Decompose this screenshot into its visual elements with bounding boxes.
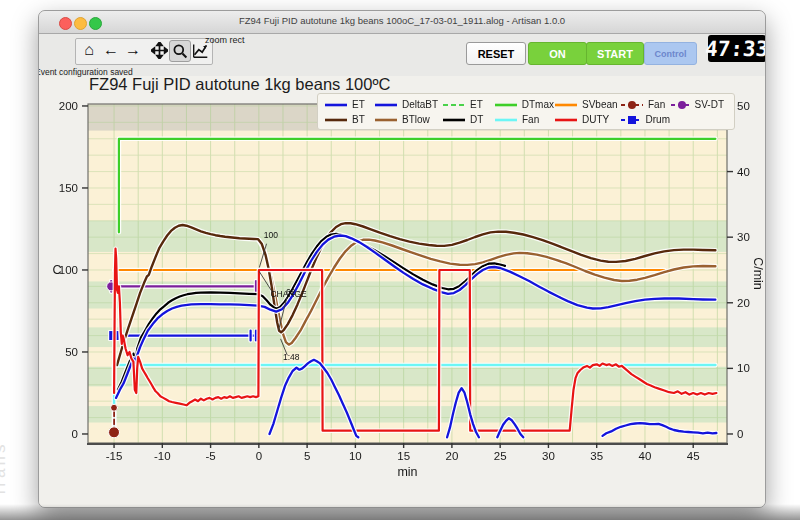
legend-label: DTmax: [522, 99, 554, 110]
legend-label: ET: [470, 99, 483, 110]
svg-text:-10: -10: [154, 450, 171, 462]
svg-text:30: 30: [737, 231, 750, 243]
legend-label: SVbean: [582, 99, 618, 110]
svg-text:100: 100: [264, 230, 278, 240]
svg-text:min: min: [397, 465, 417, 479]
svg-text:1:48: 1:48: [283, 352, 300, 362]
legend-item-BTlow: BTlow: [374, 114, 442, 125]
legend-swatch: [374, 115, 398, 125]
svg-text:40: 40: [737, 166, 750, 178]
app-window: FZ94 Fuji PID autotune 1kg beans 100oC_1…: [38, 10, 766, 508]
legend-item-SVbean: SVbean: [554, 99, 620, 110]
legend-swatch: [620, 100, 644, 110]
svg-text:45: 45: [687, 450, 700, 462]
watermark-frans: frans: [0, 442, 10, 495]
legend-label: ET: [352, 99, 365, 110]
svg-text:10: 10: [737, 362, 750, 374]
legend-label: Drum: [646, 114, 670, 125]
legend-swatch: [324, 115, 348, 125]
legend-label: DeltaBT: [402, 99, 438, 110]
legend-item-ET: ET: [442, 99, 494, 110]
svg-text:40: 40: [639, 450, 652, 462]
legend-swatch: [620, 115, 642, 125]
legend-swatch: [494, 115, 518, 125]
legend-label: Fan: [522, 114, 539, 125]
legend-label: BT: [352, 114, 365, 125]
legend-label: DT: [470, 114, 483, 125]
svg-text:0: 0: [737, 428, 743, 440]
svg-text:62: 62: [286, 287, 296, 297]
svg-text:35: 35: [590, 450, 603, 462]
legend-label: Fan: [648, 99, 665, 110]
legend-swatch: [554, 100, 578, 110]
desktop: frans FZ94 Fuji PID autotune 1kg beans 1…: [0, 0, 800, 520]
legend-swatch: [442, 115, 466, 125]
svg-text:150: 150: [59, 182, 78, 194]
svg-text:C/min: C/min: [751, 257, 765, 290]
chart-legend: ETDeltaBTETDTmaxSVbeanFanSV-DTBTBTlowDTF…: [317, 93, 735, 130]
legend-item-BT: BT: [324, 114, 374, 125]
svg-text:0: 0: [72, 428, 78, 440]
svg-text:30: 30: [542, 450, 555, 462]
legend-item-DUTY: DUTY: [554, 114, 620, 125]
legend-swatch: [670, 100, 691, 110]
svg-text:20: 20: [446, 450, 459, 462]
legend-swatch: [494, 100, 518, 110]
chart-canvas[interactable]: 100CHARGE621:48-15-10-505101520253035404…: [39, 11, 765, 507]
legend-item-SV-DT: SV-DT: [670, 99, 724, 110]
legend-label: BTlow: [402, 114, 430, 125]
legend-swatch: [374, 100, 398, 110]
legend-item-Drum: Drum: [620, 114, 670, 125]
legend-label: SV-DT: [695, 99, 724, 110]
svg-text:5: 5: [304, 450, 310, 462]
svg-text:100: 100: [59, 264, 78, 276]
legend-item-Fan: Fan: [620, 99, 670, 110]
legend-item-DT: DT: [442, 114, 494, 125]
svg-text:0: 0: [256, 450, 262, 462]
legend-item-Fan: Fan: [494, 114, 554, 125]
svg-text:-5: -5: [205, 450, 215, 462]
svg-text:20: 20: [737, 297, 750, 309]
legend-item-DTmax: DTmax: [494, 99, 554, 110]
legend-swatch: [324, 100, 348, 110]
svg-text:10: 10: [349, 450, 362, 462]
svg-text:15: 15: [397, 450, 410, 462]
svg-text:200: 200: [59, 100, 78, 112]
legend-item-ET: ET: [324, 99, 374, 110]
svg-text:-15: -15: [106, 450, 123, 462]
svg-text:25: 25: [494, 450, 507, 462]
legend-item-DeltaBT: DeltaBT: [374, 99, 442, 110]
legend-swatch: [442, 100, 466, 110]
desktop-floor-shadow: [0, 504, 800, 520]
svg-text:C: C: [52, 263, 61, 277]
legend-swatch: [554, 115, 578, 125]
legend-label: DUTY: [582, 114, 609, 125]
svg-text:50: 50: [65, 346, 78, 358]
svg-text:50: 50: [737, 100, 750, 112]
